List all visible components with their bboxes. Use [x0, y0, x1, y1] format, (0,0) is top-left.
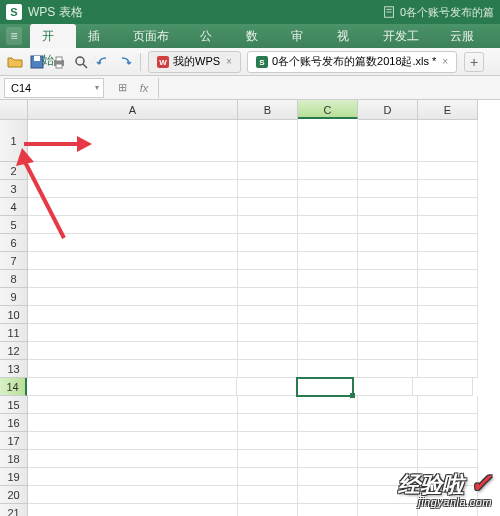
cell-C4[interactable]: [298, 198, 358, 216]
cell-A1[interactable]: [28, 120, 238, 162]
cell-C2[interactable]: [298, 162, 358, 180]
row-header-18[interactable]: 18: [0, 450, 28, 468]
preview-icon[interactable]: [72, 53, 90, 71]
cell-A21[interactable]: [28, 504, 238, 516]
column-header-D[interactable]: D: [358, 100, 418, 120]
menu-item-7[interactable]: 开发工具: [371, 24, 438, 48]
cell-E20[interactable]: [418, 486, 478, 504]
cell-E19[interactable]: [418, 468, 478, 486]
cell-C21[interactable]: [298, 504, 358, 516]
cell-D18[interactable]: [358, 450, 418, 468]
menu-dropdown-icon[interactable]: ≡: [6, 27, 22, 45]
cell-D7[interactable]: [358, 252, 418, 270]
cell-A16[interactable]: [28, 414, 238, 432]
cell-D9[interactable]: [358, 288, 418, 306]
cell-E1[interactable]: [418, 120, 478, 162]
row-header-19[interactable]: 19: [0, 468, 28, 486]
doc-tab-wps-home[interactable]: W 我的WPS ×: [148, 51, 241, 73]
menu-item-8[interactable]: 云服务: [438, 24, 494, 48]
cell-E15[interactable]: [418, 396, 478, 414]
cell-A19[interactable]: [28, 468, 238, 486]
cell-D1[interactable]: [358, 120, 418, 162]
cell-D8[interactable]: [358, 270, 418, 288]
cell-A10[interactable]: [28, 306, 238, 324]
cell-E6[interactable]: [418, 234, 478, 252]
cell-C10[interactable]: [298, 306, 358, 324]
cell-C6[interactable]: [298, 234, 358, 252]
menu-item-4[interactable]: 数据: [234, 24, 280, 48]
cell-B21[interactable]: [238, 504, 298, 516]
cell-A11[interactable]: [28, 324, 238, 342]
cell-A7[interactable]: [28, 252, 238, 270]
menu-item-5[interactable]: 审阅: [279, 24, 325, 48]
cell-B19[interactable]: [238, 468, 298, 486]
cell-A14[interactable]: [27, 378, 237, 396]
cell-B7[interactable]: [238, 252, 298, 270]
cell-D10[interactable]: [358, 306, 418, 324]
undo-icon[interactable]: [94, 53, 112, 71]
cell-A17[interactable]: [28, 432, 238, 450]
cell-C3[interactable]: [298, 180, 358, 198]
cell-B6[interactable]: [238, 234, 298, 252]
row-header-7[interactable]: 7: [0, 252, 28, 270]
cell-A20[interactable]: [28, 486, 238, 504]
row-header-15[interactable]: 15: [0, 396, 28, 414]
cell-A6[interactable]: [28, 234, 238, 252]
cell-E2[interactable]: [418, 162, 478, 180]
cell-A9[interactable]: [28, 288, 238, 306]
cell-B9[interactable]: [238, 288, 298, 306]
new-tab-button[interactable]: +: [464, 52, 484, 72]
cell-C7[interactable]: [298, 252, 358, 270]
cell-A5[interactable]: [28, 216, 238, 234]
select-all-corner[interactable]: [0, 100, 28, 120]
fx-icon[interactable]: fx: [136, 82, 152, 94]
cell-C13[interactable]: [298, 360, 358, 378]
cell-C5[interactable]: [298, 216, 358, 234]
cell-A18[interactable]: [28, 450, 238, 468]
close-tab-icon[interactable]: ×: [442, 56, 448, 67]
cell-A4[interactable]: [28, 198, 238, 216]
row-header-3[interactable]: 3: [0, 180, 28, 198]
row-header-16[interactable]: 16: [0, 414, 28, 432]
cell-D5[interactable]: [358, 216, 418, 234]
row-header-21[interactable]: 21: [0, 504, 28, 516]
cell-E9[interactable]: [418, 288, 478, 306]
cell-B4[interactable]: [238, 198, 298, 216]
cell-D21[interactable]: [358, 504, 418, 516]
cell-C18[interactable]: [298, 450, 358, 468]
formula-input[interactable]: [158, 78, 500, 98]
cell-C12[interactable]: [298, 342, 358, 360]
column-header-C[interactable]: C: [298, 100, 358, 119]
cell-D20[interactable]: [358, 486, 418, 504]
menu-item-1[interactable]: 插入: [76, 24, 122, 48]
cell-D14[interactable]: [353, 378, 413, 396]
row-header-1[interactable]: 1: [0, 120, 28, 162]
cell-D2[interactable]: [358, 162, 418, 180]
row-header-14[interactable]: 14: [0, 378, 27, 396]
cell-C19[interactable]: [298, 468, 358, 486]
cell-C15[interactable]: [298, 396, 358, 414]
cell-C16[interactable]: [298, 414, 358, 432]
redo-icon[interactable]: [116, 53, 134, 71]
cell-D13[interactable]: [358, 360, 418, 378]
row-header-13[interactable]: 13: [0, 360, 28, 378]
cell-B10[interactable]: [238, 306, 298, 324]
cell-E4[interactable]: [418, 198, 478, 216]
row-header-10[interactable]: 10: [0, 306, 28, 324]
cell-D15[interactable]: [358, 396, 418, 414]
cell-B5[interactable]: [238, 216, 298, 234]
cell-C14[interactable]: [296, 377, 354, 397]
doc-tab-current[interactable]: S 0各个账号发布的篇数2018起.xls * ×: [247, 51, 457, 73]
cell-B17[interactable]: [238, 432, 298, 450]
cell-D3[interactable]: [358, 180, 418, 198]
open-folder-icon[interactable]: [6, 53, 24, 71]
column-header-A[interactable]: A: [28, 100, 238, 120]
cell-B20[interactable]: [238, 486, 298, 504]
cell-A13[interactable]: [28, 360, 238, 378]
cell-B13[interactable]: [238, 360, 298, 378]
row-header-17[interactable]: 17: [0, 432, 28, 450]
cell-B11[interactable]: [238, 324, 298, 342]
cell-E3[interactable]: [418, 180, 478, 198]
cell-E7[interactable]: [418, 252, 478, 270]
cell-B12[interactable]: [238, 342, 298, 360]
